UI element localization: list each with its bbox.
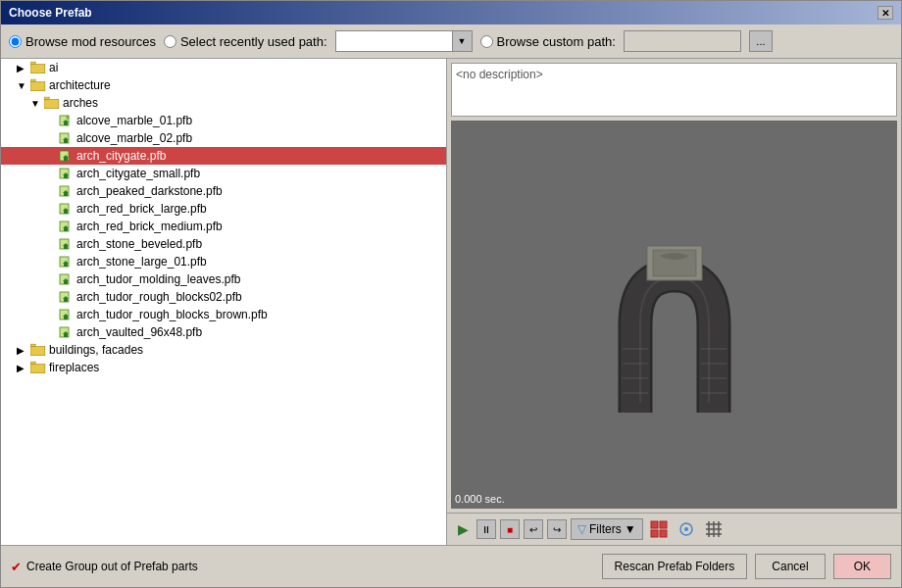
tree-panel[interactable]: ▶ ai ▼ architecture ▼	[1, 59, 447, 545]
tree-item-arch-tudor-molding-leaves[interactable]: arch_tudor_molding_leaves.pfb	[1, 270, 446, 288]
tree-item-arch-stone-beveled[interactable]: arch_stone_beveled.pfb	[1, 235, 446, 253]
file-icon-alcove02	[58, 131, 74, 145]
browse-mod-radio[interactable]	[9, 35, 22, 48]
browse-custom-radio-label[interactable]: Browse custom path:	[480, 34, 616, 49]
rewind-button[interactable]: ↩	[524, 519, 543, 539]
grid-icon-2	[677, 520, 695, 538]
tree-item-architecture[interactable]: ▼ architecture	[1, 76, 446, 94]
rescan-button[interactable]: Rescan Prefab Folders	[602, 554, 748, 579]
file-icon-arch-vaulted-96x48	[58, 325, 74, 339]
browse-custom-label: Browse custom path:	[497, 34, 616, 49]
dropdown-arrow-btn[interactable]: ▼	[453, 30, 473, 52]
path-dropdown: ▼	[335, 30, 473, 52]
filter-dropdown-arrow: ▼	[625, 522, 636, 536]
svg-rect-45	[64, 334, 68, 337]
svg-marker-7	[67, 116, 69, 119]
play-button[interactable]: ▶	[453, 519, 473, 539]
tree-label-fireplaces: fireplaces	[49, 361, 99, 374]
tree-label-arch-stone-beveled: arch_stone_beveled.pfb	[76, 237, 202, 251]
svg-rect-18	[64, 175, 68, 178]
filter-icon: ▽	[577, 522, 586, 536]
svg-rect-61	[651, 521, 658, 528]
tree-label-arch-tudor-molding-leaves: arch_tudor_molding_leaves.pfb	[76, 272, 240, 286]
file-icon-alcove01	[58, 114, 74, 127]
browse-custom-btn[interactable]: ...	[749, 30, 773, 52]
file-icon-arch-tudor-rough-blocks-brown	[58, 308, 74, 321]
file-icon-arch-red-brick-large	[58, 202, 74, 216]
preview-image	[451, 121, 897, 509]
ok-button[interactable]: OK	[833, 554, 891, 579]
svg-marker-47	[30, 344, 36, 346]
grid-icon-1	[650, 520, 668, 538]
folder-icon-ai	[30, 61, 46, 74]
tree-item-ai[interactable]: ▶ ai	[1, 59, 446, 76]
tree-item-arch-red-brick-large[interactable]: arch_red_brick_large.pfb	[1, 200, 446, 218]
time-label: 0.000 sec.	[455, 493, 505, 505]
tree-label-arch-red-brick-large: arch_red_brick_large.pfb	[76, 202, 207, 216]
tree-item-alcove-marble-01[interactable]: alcove_marble_01.pfb	[1, 112, 446, 129]
right-panel: <no description>	[447, 59, 901, 545]
create-group-checkbox-container[interactable]: ✔ Create Group out of Prefab parts	[11, 560, 594, 574]
view-btn-1[interactable]	[647, 517, 671, 541]
close-button[interactable]: ✕	[877, 6, 893, 20]
folder-icon-architecture	[30, 78, 46, 92]
browse-mod-label: Browse mod resources	[25, 34, 156, 49]
tree-label-arch-citygate: arch_citygate.pfb	[76, 149, 166, 163]
tree-label-arches: arches	[63, 96, 98, 110]
arch-preview-svg	[576, 207, 773, 422]
tree-item-arch-tudor-rough-blocks02[interactable]: arch_tudor_rough_blocks02.pfb	[1, 288, 446, 306]
select-recent-radio[interactable]	[164, 35, 176, 48]
svg-rect-24	[64, 211, 68, 214]
tree-label-arch-red-brick-medium: arch_red_brick_medium.pfb	[76, 220, 223, 233]
stop-button[interactable]: ■	[500, 519, 520, 539]
view-btn-2[interactable]	[675, 517, 698, 541]
file-icon-arch-tudor-molding-leaves	[58, 272, 74, 286]
tree-label-arch-vaulted-96x48: arch_vaulted_96x48.pfb	[76, 325, 202, 339]
expand-icon-ai: ▶	[17, 63, 30, 74]
file-icon-arch-peaked-darkstone	[58, 184, 74, 198]
tree-item-arch-peaked-darkstone[interactable]: arch_peaked_darkstone.pfb	[1, 182, 446, 200]
tree-item-arch-citygate[interactable]: arch_citygate.pfb	[1, 147, 446, 165]
forward-button[interactable]: ↪	[547, 519, 567, 539]
svg-rect-46	[30, 347, 45, 356]
custom-path-input[interactable]	[624, 30, 741, 52]
cancel-button[interactable]: Cancel	[755, 554, 825, 579]
tree-item-arch-stone-large-01[interactable]: arch_stone_large_01.pfb	[1, 253, 446, 270]
playback-bar: ▶ ⏸ ■ ↩ ↪ ▽ Filters ▼	[447, 513, 901, 545]
dialog-title: Choose Prefab	[9, 6, 92, 20]
svg-rect-64	[660, 530, 667, 537]
description-box: <no description>	[451, 63, 897, 117]
folder-icon-arches	[44, 96, 60, 110]
tree-item-arch-tudor-rough-blocks-brown[interactable]: arch_tudor_rough_blocks_brown.pfb	[1, 306, 446, 323]
grid-icon-3	[705, 520, 723, 538]
tree-label-arch-tudor-rough-blocks-brown: arch_tudor_rough_blocks_brown.pfb	[76, 308, 268, 321]
path-input[interactable]	[335, 30, 453, 52]
preview-box: 0.000 sec.	[451, 121, 897, 509]
tree-item-fireplaces[interactable]: ▶ fireplaces	[1, 359, 446, 376]
file-icon-arch-stone-large-01	[58, 255, 74, 269]
view-btn-3[interactable]	[702, 517, 726, 541]
svg-point-66	[684, 527, 688, 531]
select-recent-radio-label[interactable]: Select recently used path:	[164, 34, 327, 49]
tree-item-arch-red-brick-medium[interactable]: arch_red_brick_medium.pfb	[1, 218, 446, 235]
tree-item-arch-vaulted-96x48[interactable]: arch_vaulted_96x48.pfb	[1, 323, 446, 341]
file-icon-arch-citygate-small	[58, 167, 74, 180]
pause-button[interactable]: ⏸	[476, 519, 496, 539]
tree-item-buildings-facades[interactable]: ▶ buildings, facades	[1, 341, 446, 359]
svg-rect-2	[30, 82, 45, 91]
tree-label-architecture: architecture	[49, 78, 111, 92]
filters-button[interactable]: ▽ Filters ▼	[571, 518, 643, 540]
tree-item-arch-citygate-small[interactable]: arch_citygate_small.pfb	[1, 165, 446, 182]
svg-rect-39	[64, 299, 68, 302]
tree-label-arch-stone-large-01: arch_stone_large_01.pfb	[76, 255, 207, 269]
tree-item-alcove-marble-02[interactable]: alcove_marble_02.pfb	[1, 129, 446, 147]
tree-label-arch-tudor-rough-blocks02: arch_tudor_rough_blocks02.pfb	[76, 290, 242, 304]
browse-custom-radio[interactable]	[480, 35, 493, 48]
file-icon-arch-stone-beveled	[58, 237, 74, 251]
browse-mod-radio-label[interactable]: Browse mod resources	[9, 34, 156, 49]
tree-label-ai: ai	[49, 61, 58, 74]
svg-marker-49	[30, 362, 36, 364]
tree-item-arches[interactable]: ▼ arches	[1, 94, 446, 112]
checkbox-checkmark: ✔	[11, 560, 22, 574]
description-text: <no description>	[456, 68, 543, 81]
